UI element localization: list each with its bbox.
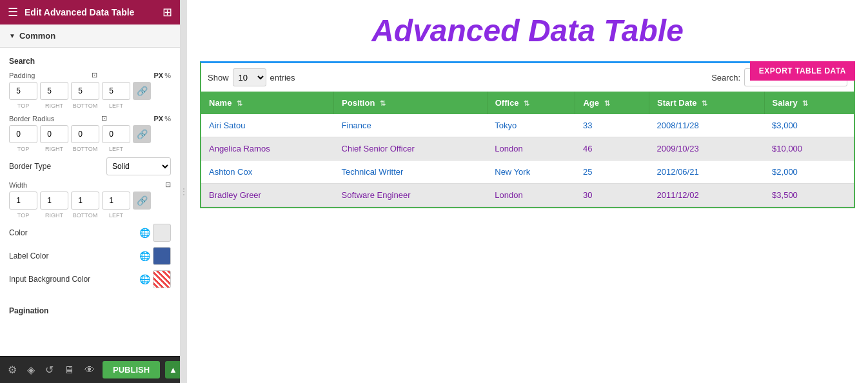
publish-button[interactable]: PUBLISH	[103, 361, 160, 378]
cell-office: Tokyo	[487, 114, 575, 137]
col-name[interactable]: Name ⇅	[201, 92, 334, 114]
cell-position: Finance	[334, 114, 488, 137]
export-button[interactable]: EXPORT TABLE DATA	[750, 61, 855, 81]
left-panel: ☰ Edit Advanced Data Table ⊞ ▼ Common Se…	[0, 0, 181, 383]
width-top-input[interactable]	[9, 192, 37, 210]
width-link-button[interactable]: 🔗	[133, 192, 151, 210]
search-label: Search:	[711, 73, 740, 83]
cell-name: Ashton Cox	[201, 161, 334, 184]
sort-date-icon: ⇅	[702, 99, 707, 107]
col-start-date[interactable]: Start Date ⇅	[649, 92, 764, 114]
input-bg-color-swatch[interactable]	[153, 270, 171, 288]
cell-age: 30	[575, 184, 649, 207]
input-bg-globe-icon[interactable]: 🌐	[139, 274, 150, 284]
color-row: Color 🌐	[9, 224, 171, 242]
padding-link-button[interactable]: 🔗	[133, 82, 151, 100]
header-row: Name ⇅ Position ⇅ Office ⇅ Age ⇅ Start D…	[201, 92, 854, 114]
settings-icon[interactable]: ⚙	[5, 361, 19, 378]
cell-name: Airi Satou	[201, 114, 334, 137]
table-row: Airi SatouFinanceTokyo332008/11/28$3,000	[201, 114, 854, 137]
undo-icon[interactable]: ↺	[43, 361, 56, 378]
border-type-row: Border Type Solid Dashed Dotted None	[9, 157, 171, 175]
table-body: Airi SatouFinanceTokyo332008/11/28$3,000…	[201, 114, 854, 207]
publish-dropdown-button[interactable]: ▲	[165, 361, 181, 378]
sort-name-icon: ⇅	[237, 99, 242, 107]
col-office[interactable]: Office ⇅	[487, 92, 575, 114]
br-left-input[interactable]	[102, 125, 130, 143]
br-label-top: TOP	[9, 146, 37, 152]
padding-icon: ⊡	[92, 71, 97, 79]
layers-icon[interactable]: ◈	[25, 361, 37, 378]
padding-right-input[interactable]	[40, 82, 68, 100]
section-arrow-icon: ▼	[9, 32, 15, 39]
col-salary[interactable]: Salary ⇅	[764, 92, 854, 114]
table-row: Angelica RamosChief Senior OfficerLondon…	[201, 137, 854, 161]
width-left-input[interactable]	[102, 192, 130, 210]
br-bottom-input[interactable]	[71, 125, 99, 143]
padding-bottom-input[interactable]	[71, 82, 99, 100]
w-label-left: LEFT	[102, 212, 130, 219]
right-panel: Advanced Data Table Show 10 25 50 100 en…	[187, 0, 868, 383]
border-radius-icon: ⊡	[101, 114, 107, 123]
pagination-label: Pagination	[0, 300, 180, 319]
br-px-toggle[interactable]: PX %	[154, 115, 171, 123]
common-section-header[interactable]: ▼ Common	[0, 25, 180, 48]
col-age[interactable]: Age ⇅	[575, 92, 649, 114]
cell-start-date: 2009/10/23	[649, 137, 764, 161]
show-label: Show	[208, 73, 229, 83]
table-container: Show 10 25 50 100 entries Search: EXPORT…	[200, 61, 855, 208]
cell-age: 46	[575, 137, 649, 161]
label-bottom: BOTTOM	[71, 103, 99, 109]
cell-age: 25	[575, 161, 649, 184]
border-radius-label: Border Radius	[9, 115, 54, 123]
data-table: Name ⇅ Position ⇅ Office ⇅ Age ⇅ Start D…	[201, 92, 854, 207]
width-right-input[interactable]	[40, 192, 68, 210]
input-bg-color-label: Input Background Color	[9, 275, 134, 284]
label-color-swatch[interactable]	[153, 247, 171, 265]
width-label: Width	[9, 181, 27, 189]
w-label-right: RIGHT	[40, 212, 68, 219]
br-percent-option[interactable]: %	[164, 115, 171, 123]
label-right: RIGHT	[40, 103, 68, 109]
grid-icon[interactable]: ⊞	[163, 5, 172, 19]
input-bg-color-control: 🌐	[139, 270, 171, 288]
px-toggle[interactable]: PX %	[154, 72, 171, 79]
sort-salary-icon: ⇅	[802, 99, 808, 107]
br-link-button[interactable]: 🔗	[133, 125, 151, 143]
cell-position: Chief Senior Officer	[334, 137, 488, 161]
resize-handle[interactable]: ⋮	[181, 0, 187, 383]
cell-salary: $10,000	[764, 137, 854, 161]
percent-option[interactable]: %	[164, 72, 171, 79]
top-bar: ☰ Edit Advanced Data Table ⊞	[0, 0, 180, 25]
monitor-icon[interactable]: 🖥	[61, 362, 77, 378]
br-right-input[interactable]	[40, 125, 68, 143]
br-px-option[interactable]: PX	[154, 115, 164, 123]
input-bg-color-row: Input Background Color 🌐	[9, 270, 171, 288]
width-bottom-input[interactable]	[71, 192, 99, 210]
color-globe-icon[interactable]: 🌐	[139, 228, 150, 238]
cell-name: Bradley Greer	[201, 184, 334, 207]
border-type-select[interactable]: Solid Dashed Dotted None	[106, 157, 171, 175]
color-swatch[interactable]	[153, 224, 171, 242]
entries-select[interactable]: 10 25 50 100	[233, 68, 266, 86]
label-top: TOP	[9, 103, 37, 109]
label-color-label: Label Color	[9, 251, 134, 260]
px-option[interactable]: PX	[154, 72, 164, 79]
label-color-globe-icon[interactable]: 🌐	[139, 251, 150, 261]
border-radius-inputs: 🔗	[9, 125, 171, 143]
cell-start-date: 2012/06/21	[649, 161, 764, 184]
bottom-bar: ⚙ ◈ ↺ 🖥 👁 PUBLISH ▲	[0, 356, 180, 383]
label-left: LEFT	[102, 103, 130, 109]
col-position[interactable]: Position ⇅	[334, 92, 488, 114]
w-label-bottom: BOTTOM	[71, 212, 99, 219]
cell-salary: $3,000	[764, 114, 854, 137]
eye-icon[interactable]: 👁	[82, 362, 97, 378]
padding-top-input[interactable]	[9, 82, 37, 100]
sort-office-icon: ⇅	[524, 99, 529, 107]
padding-left-input[interactable]	[102, 82, 130, 100]
table-header: Name ⇅ Position ⇅ Office ⇅ Age ⇅ Start D…	[201, 92, 854, 114]
hamburger-icon[interactable]: ☰	[8, 5, 18, 19]
width-sub-labels: TOP RIGHT BOTTOM LEFT	[9, 212, 171, 219]
color-label: Color	[9, 228, 134, 237]
br-top-input[interactable]	[9, 125, 37, 143]
